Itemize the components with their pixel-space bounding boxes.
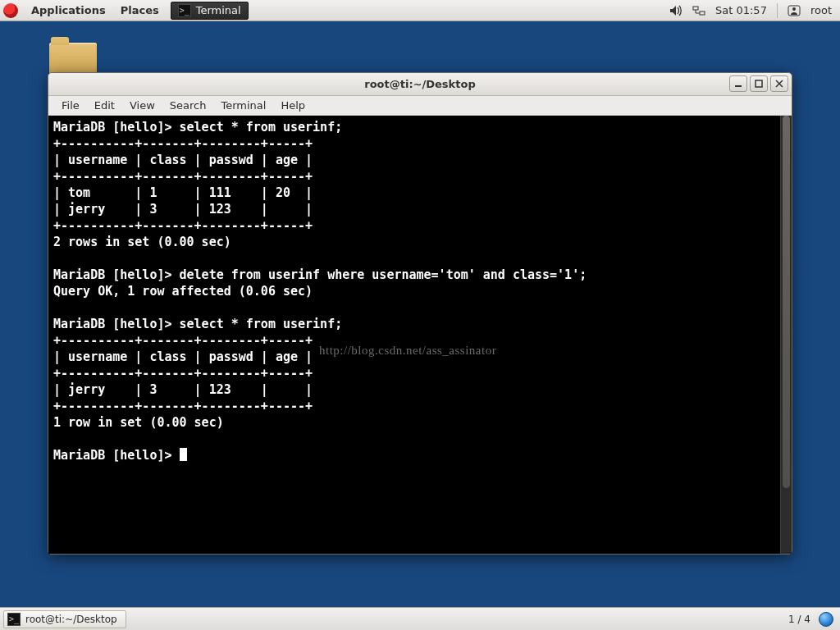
menu-file[interactable]: File <box>55 98 86 113</box>
svg-point-3 <box>792 7 796 11</box>
menu-terminal[interactable]: Terminal <box>214 98 272 113</box>
user-menu[interactable]: root <box>810 4 832 16</box>
svg-rect-1 <box>700 11 705 15</box>
svg-rect-4 <box>735 85 742 87</box>
window-menubar: File Edit View Search Terminal Help <box>48 96 792 116</box>
top-panel-right: Sat 01:57 root <box>669 3 840 18</box>
terminal-icon: >_ <box>7 613 21 626</box>
separator <box>777 3 778 18</box>
menu-search[interactable]: Search <box>163 98 213 113</box>
terminal-cursor <box>180 448 187 461</box>
taskbar-item-label: Terminal <box>196 4 241 16</box>
taskbar-button-terminal[interactable]: >_ root@ti:~/Desktop <box>3 610 126 628</box>
terminal-viewport: MariaDB [hello]> select * from userinf; … <box>48 116 792 554</box>
window-titlebar[interactable]: root@ti:~/Desktop <box>48 73 792 96</box>
menu-view[interactable]: View <box>123 98 162 113</box>
user-switch-icon[interactable] <box>788 5 801 16</box>
distro-logo-icon[interactable] <box>3 3 18 18</box>
top-panel: Applications Places >_ Terminal Sat 01:5… <box>0 0 840 21</box>
svg-rect-0 <box>693 7 698 10</box>
taskbar-button-label: root@ti:~/Desktop <box>25 614 117 625</box>
bottom-panel: >_ root@ti:~/Desktop 1 / 4 <box>0 607 840 630</box>
bottom-panel-right: 1 / 4 <box>788 612 840 627</box>
places-menu[interactable]: Places <box>114 4 166 16</box>
vertical-scrollbar[interactable] <box>780 116 792 554</box>
maximize-button[interactable] <box>750 75 768 92</box>
menu-help[interactable]: Help <box>274 98 312 113</box>
volume-icon[interactable] <box>669 5 682 16</box>
top-panel-left: Applications Places >_ Terminal <box>0 2 249 20</box>
close-button[interactable] <box>770 75 788 92</box>
window-controls <box>729 75 788 92</box>
network-icon[interactable] <box>692 5 705 16</box>
terminal-icon: >_ <box>178 4 191 17</box>
show-desktop-icon[interactable] <box>819 612 833 627</box>
menu-edit[interactable]: Edit <box>88 98 121 113</box>
workspace-indicator[interactable]: 1 / 4 <box>788 614 810 625</box>
terminal-window: root@ti:~/Desktop File Edit View Search … <box>48 72 792 555</box>
window-title: root@ti:~/Desktop <box>364 78 475 90</box>
minimize-button[interactable] <box>729 75 747 92</box>
applications-menu[interactable]: Applications <box>25 4 112 16</box>
terminal-content[interactable]: MariaDB [hello]> select * from userinf; … <box>48 116 780 554</box>
scrollbar-thumb[interactable] <box>783 116 790 488</box>
taskbar-item-terminal[interactable]: >_ Terminal <box>171 2 249 20</box>
clock[interactable]: Sat 01:57 <box>715 4 767 16</box>
svg-rect-5 <box>756 80 762 87</box>
